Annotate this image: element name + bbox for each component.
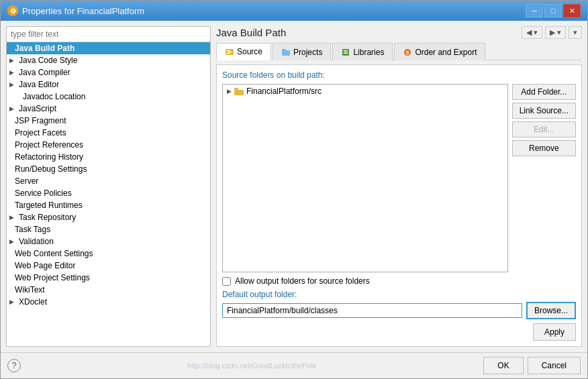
sidebar-item-validation[interactable]: ▶ Validation <box>7 235 210 248</box>
sidebar-item-wikitext[interactable]: WikiText <box>7 284 210 296</box>
allow-output-checkbox[interactable] <box>222 277 231 286</box>
sidebar-label: WikiText <box>15 285 45 294</box>
sidebar-label: Web Page Editor <box>15 261 76 270</box>
sidebar-item-task-repository[interactable]: ▶ Task Repository <box>7 211 210 223</box>
svg-rect-11 <box>406 51 409 52</box>
close-button[interactable]: ✕ <box>563 4 581 17</box>
svg-rect-12 <box>406 52 409 53</box>
source-tree: ▶ FinancialPlatform/src <box>222 84 508 272</box>
tab-order-and-export[interactable]: Order and Export <box>394 43 485 60</box>
sidebar-item-server[interactable]: Server <box>7 175 210 187</box>
sidebar-label: Project References <box>15 140 83 150</box>
ok-button[interactable]: OK <box>483 357 523 374</box>
sidebar-item-project-facets[interactable]: Project Facets <box>7 127 210 139</box>
sidebar-item-project-references[interactable]: Project References <box>7 139 210 151</box>
source-tab-icon <box>225 48 234 56</box>
sidebar-item-java-build-path[interactable]: Java Build Path <box>7 42 210 54</box>
expand-icon: ▶ <box>9 214 16 221</box>
tab-projects-label: Projects <box>293 48 322 57</box>
sidebar-item-run-debug-settings[interactable]: Run/Debug Settings <box>7 163 210 175</box>
expand-icon: ▶ <box>9 299 16 305</box>
remove-button[interactable]: Remove <box>512 140 576 156</box>
default-output-input[interactable] <box>222 303 522 318</box>
nav-arrows: ◀ ▾ ▶ ▾ ▾ <box>522 26 582 39</box>
expand-icon: ▶ <box>9 238 16 245</box>
svg-rect-3 <box>227 53 230 54</box>
sidebar-item-web-content-settings[interactable]: Web Content Settings <box>7 248 210 260</box>
sidebar-item-service-policies[interactable]: Service Policies <box>7 187 210 199</box>
tab-source-label: Source <box>237 47 262 56</box>
sidebar-label: Server <box>15 176 38 186</box>
libraries-tab-icon <box>341 48 350 56</box>
browse-button[interactable]: Browse... <box>526 302 576 319</box>
left-panel: Java Build Path ▶ Java Code Style ▶ Java… <box>6 26 211 347</box>
svg-rect-15 <box>234 88 238 91</box>
dialog-title: Properties for FinancialPlatform <box>22 6 144 16</box>
svg-rect-8 <box>344 52 348 52</box>
sidebar-item-java-compiler[interactable]: ▶ Java Compiler <box>7 66 210 78</box>
sidebar-item-refactoring-history[interactable]: Refactoring History <box>7 151 210 163</box>
source-folders-label: Source folders on build path: <box>222 70 576 80</box>
tab-libraries-label: Libraries <box>353 48 384 57</box>
sidebar-item-xdoclet[interactable]: ▶ XDoclet <box>7 296 210 308</box>
sidebar-label: Refactoring History <box>15 152 83 162</box>
title-bar: ⚙ Properties for FinancialPlatform ─ □ ✕ <box>1 1 587 21</box>
sidebar-item-javadoc-location[interactable]: Javadoc Location <box>7 91 210 103</box>
svg-rect-7 <box>344 50 348 51</box>
right-panel: Java Build Path ◀ ▾ ▶ ▾ ▾ Source <box>216 26 582 347</box>
back-button[interactable]: ◀ ▾ <box>522 26 542 39</box>
maximize-button[interactable]: □ <box>544 4 562 17</box>
sidebar-item-targeted-runtimes[interactable]: Targeted Runtimes <box>7 199 210 211</box>
cancel-button[interactable]: Cancel <box>528 357 581 374</box>
allow-output-label: Allow output folders for source folders <box>235 276 370 286</box>
sidebar-label: Task Repository <box>19 213 76 222</box>
sidebar-item-web-page-editor[interactable]: Web Page Editor <box>7 260 210 272</box>
output-section: Default output folder: Browse... <box>222 290 576 319</box>
right-title: Java Build Path <box>216 27 286 38</box>
menu-button[interactable]: ▾ <box>569 26 582 39</box>
apply-row: Apply <box>222 323 576 341</box>
filter-input[interactable] <box>7 27 210 42</box>
allow-output-row: Allow output folders for source folders <box>222 276 576 286</box>
svg-rect-9 <box>344 53 348 54</box>
minimize-button[interactable]: ─ <box>526 4 543 17</box>
folder-icon <box>234 88 244 95</box>
sidebar-item-java-editor[interactable]: ▶ Java Editor <box>7 78 210 91</box>
sidebar-item-javascript[interactable]: ▶ JavaScript <box>7 103 210 115</box>
forward-button[interactable]: ▶ ▾ <box>545 26 566 39</box>
default-output-label: Default output folder: <box>222 290 576 299</box>
expand-icon: ▶ <box>9 69 16 76</box>
sidebar-label: Web Project Settings <box>15 273 90 282</box>
tab-libraries[interactable]: Libraries <box>332 43 393 60</box>
tab-source[interactable]: Source <box>216 43 271 60</box>
sidebar-label: Javadoc Location <box>23 92 85 101</box>
tabs-bar: Source Projects Librar <box>216 43 582 60</box>
link-source-button[interactable]: Link Source... <box>512 103 576 119</box>
sidebar-label: Project Facets <box>15 128 66 138</box>
tab-order-export-label: Order and Export <box>415 48 477 57</box>
svg-rect-4 <box>282 50 290 56</box>
source-pane: ▶ FinancialPlatform/src Add Folder... Li… <box>222 84 576 272</box>
sidebar-item-task-tags[interactable]: Task Tags <box>7 223 210 235</box>
source-tree-row[interactable]: ▶ FinancialPlatform/src <box>223 85 507 98</box>
add-folder-button[interactable]: Add Folder... <box>512 84 576 100</box>
help-button[interactable]: ? <box>7 359 21 372</box>
projects-tab-icon <box>281 48 291 56</box>
bottom-buttons: OK Cancel <box>483 357 581 374</box>
title-bar-left: ⚙ Properties for FinancialPlatform <box>7 5 144 16</box>
sidebar-item-jsp-fragment[interactable]: JSP Fragment <box>7 115 210 127</box>
sidebar-item-java-code-style[interactable]: ▶ Java Code Style <box>7 54 210 66</box>
sidebar-label: Java Build Path <box>15 44 75 53</box>
sidebar-tree: Java Build Path ▶ Java Code Style ▶ Java… <box>7 42 210 346</box>
tab-projects[interactable]: Projects <box>273 43 331 60</box>
edit-button[interactable]: Edit... <box>512 121 576 138</box>
content-area: Source folders on build path: ▶ Financia… <box>216 64 582 347</box>
sidebar-label: JSP Fragment <box>15 116 66 125</box>
output-row: Browse... <box>222 302 576 319</box>
apply-button[interactable]: Apply <box>533 323 576 341</box>
sidebar-item-web-project-settings[interactable]: Web Project Settings <box>7 272 210 284</box>
expand-arrow-icon: ▶ <box>227 88 232 95</box>
right-header: Java Build Path ◀ ▾ ▶ ▾ ▾ <box>216 26 582 39</box>
svg-rect-5 <box>282 49 286 51</box>
sidebar-label: Validation <box>19 237 54 246</box>
